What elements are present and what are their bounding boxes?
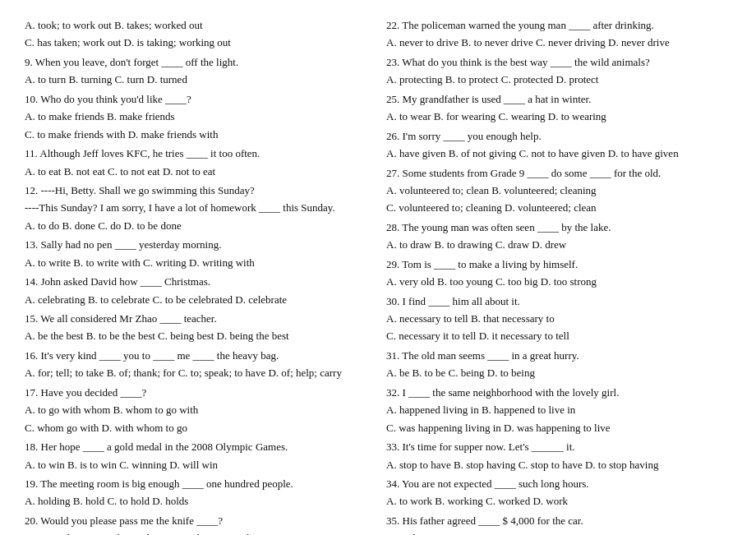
question-text: 13. Sally had no pen ____ yesterday morn… [25, 236, 370, 253]
options-line: A. have given B. of not giving C. not to… [386, 145, 731, 162]
question-item: 14. John asked David how ____ Christmas.… [25, 273, 370, 308]
question-text: 15. We all considered Mr Zhao ____ teach… [25, 310, 370, 327]
options-line: A. to eat B. not eat C. to not eat D. no… [25, 163, 370, 180]
question-item: 19. The meeting room is big enough ____ … [25, 475, 370, 510]
question-item: 10. Who do you think you'd like ____?A. … [25, 90, 370, 143]
question-item: 16. It's very kind ____ you to ____ me _… [25, 347, 370, 382]
question-item: 30. I find ____ him all about it.A. nece… [386, 293, 731, 345]
question-item: 22. The policeman warned the young man _… [386, 16, 731, 52]
options-line: A. never to drive B. to never drive C. n… [386, 34, 731, 51]
options-line: A. stop to have B. stop having C. stop t… [386, 456, 731, 473]
options-line: A. protecting B. to protect C. protected… [386, 71, 731, 88]
right-column: 22. The policeman warned the young man _… [386, 16, 731, 535]
question-text: 32. I ____ the same neighborhood with th… [386, 384, 731, 401]
question-item: 17. Have you decided ____?A. to go with … [25, 384, 370, 436]
options-line: A. to cut the watermelon with B. to cut … [25, 529, 370, 535]
question-item: 28. The young man was often seen ____ by… [386, 219, 731, 254]
options-line: A. be B. to be C. being D. to being [386, 364, 731, 381]
question-text: 34. You are not expected ____ such long … [386, 475, 731, 492]
question-text: 10. Who do you think you'd like ____? [25, 90, 370, 108]
question-text: 23. What do you think is the best way __… [386, 53, 731, 71]
question-text: 12. ----Hi, Betty. Shall we go swimming … [25, 182, 370, 199]
options-line: A. with paying B. to paying C. to pay D.… [386, 529, 731, 535]
options-line: A. to work B. working C. worked D. work [386, 492, 731, 510]
question-text: 26. I'm sorry ____ you enough help. [386, 127, 731, 145]
question-text: 30. I find ____ him all about it. [386, 293, 731, 310]
option-line: C. has taken; work out D. is taking; wor… [25, 34, 370, 51]
question-item: 35. His father agreed ____ $ 4,000 for t… [386, 512, 731, 535]
question-text: 35. His father agreed ____ $ 4,000 for t… [386, 512, 731, 529]
question-item: 9. When you leave, don't forget ____ off… [25, 53, 370, 89]
page-container: A. took; to work out B. takes; worked ou… [25, 16, 731, 535]
question-text-continued: ----This Sunday? I am sorry, I have a lo… [25, 199, 370, 216]
question-text: 14. John asked David how ____ Christmas. [25, 273, 370, 290]
options-line: A. holding B. hold C. to hold D. holds [25, 492, 370, 510]
options-line: A. to go with whom B. whom to go with [25, 401, 370, 418]
options-line: A. volunteered to; clean B. volunteered;… [386, 182, 731, 199]
question-text: 31. The old man seems ____ in a great hu… [386, 347, 731, 364]
question-item: 18. Her hope ____ a gold medal in the 20… [25, 438, 370, 473]
question-item: 23. What do you think is the best way __… [386, 53, 731, 89]
question-text: 20. Would you please pass me the knife _… [25, 512, 370, 529]
options-line-2: C. was happening living in D. was happen… [386, 419, 731, 436]
option-line: A. took; to work out B. takes; worked ou… [25, 16, 370, 34]
question-item: 15. We all considered Mr Zhao ____ teach… [25, 310, 370, 345]
question-text: 25. My grandfather is used ____ a hat in… [386, 90, 731, 108]
options-line: A. happened living in B. happened to liv… [386, 401, 731, 418]
options-line: A. to do B. done C. do D. to be done [25, 217, 370, 234]
question-text: 11. Although Jeff loves KFC, he tries __… [25, 145, 370, 162]
options-line: A. be the best B. to be the best C. bein… [25, 327, 370, 344]
question-item: 32. I ____ the same neighborhood with th… [386, 384, 731, 436]
options-line: A. necessary to tell B. that necessary t… [386, 310, 731, 327]
question-item: 33. It's time for supper now. Let's ____… [386, 438, 731, 473]
options-line-2: C. whom go with D. with whom to go [25, 419, 370, 436]
options-line: A. to draw B. to drawing C. draw D. drew [386, 236, 731, 253]
options-line: A. very old B. too young C. too big D. t… [386, 273, 731, 290]
question-item: 20. Would you please pass me the knife _… [25, 512, 370, 535]
question-item: 29. Tom is ____ to make a living by hims… [386, 256, 731, 291]
question-item: 13. Sally had no pen ____ yesterday morn… [25, 236, 370, 271]
question-text: 18. Her hope ____ a gold medal in the 20… [25, 438, 370, 455]
options-line-2: C. volunteered to; cleaning D. volunteer… [386, 199, 731, 216]
question-text: 17. Have you decided ____? [25, 384, 370, 401]
question-text: 16. It's very kind ____ you to ____ me _… [25, 347, 370, 364]
question-item: 34. You are not expected ____ such long … [386, 475, 731, 510]
options-line: A. to turn B. turning C. turn D. turned [25, 71, 370, 88]
question-text: 29. Tom is ____ to make a living by hims… [386, 256, 731, 273]
options-line-2: C. to make friends with D. make friends … [25, 126, 370, 143]
question-text: 19. The meeting room is big enough ____ … [25, 475, 370, 492]
left-column: A. took; to work out B. takes; worked ou… [25, 16, 370, 535]
options-line: A. celebrating B. to celebrate C. to be … [25, 291, 370, 308]
question-item: 12. ----Hi, Betty. Shall we go swimming … [25, 182, 370, 234]
question-item: 25. My grandfather is used ____ a hat in… [386, 90, 731, 126]
options-line-2: C. necessary it to tell D. it necessary … [386, 327, 731, 344]
options-line: A. to write B. to write with C. writing … [25, 254, 370, 271]
question-item: 31. The old man seems ____ in a great hu… [386, 347, 731, 382]
question-text: 27. Some students from Grade 9 ____ do s… [386, 164, 731, 182]
question-item: 27. Some students from Grade 9 ____ do s… [386, 164, 731, 217]
question-text: 28. The young man was often seen ____ by… [386, 219, 731, 236]
options-line: A. to win B. is to win C. winning D. wil… [25, 456, 370, 473]
question-item: 26. I'm sorry ____ you enough help.A. ha… [386, 127, 731, 163]
options-line: A. to make friends B. make friends [25, 108, 370, 125]
question-text: 9. When you leave, don't forget ____ off… [25, 53, 370, 71]
question-text: 22. The policeman warned the young man _… [386, 16, 731, 34]
question-text: 33. It's time for supper now. Let's ____… [386, 438, 731, 455]
question-item: A. took; to work out B. takes; worked ou… [25, 16, 370, 52]
question-item: 11. Although Jeff loves KFC, he tries __… [25, 145, 370, 180]
options-line: A. for; tell; to take B. of; thank; for … [25, 364, 370, 381]
options-line: A. to wear B. for wearing C. wearing D. … [386, 108, 731, 125]
